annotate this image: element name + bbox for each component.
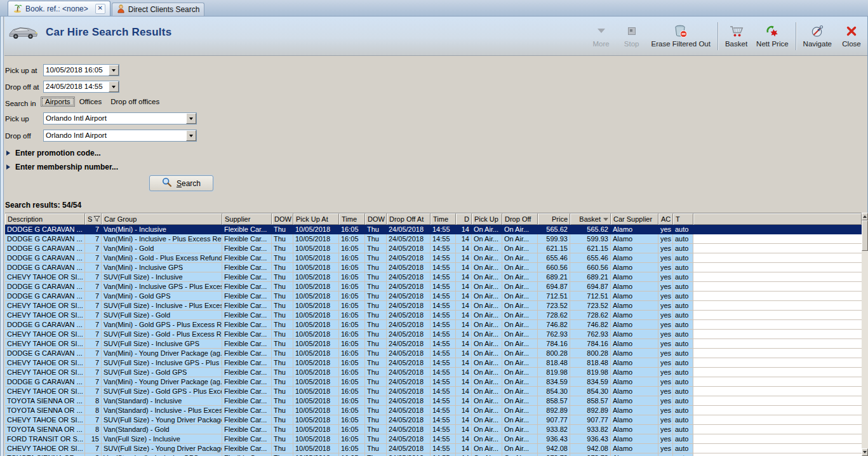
tab-close-icon[interactable]: ✕ [95, 4, 105, 14]
cell: 723.52 [538, 301, 570, 311]
nett-price-button[interactable]: Nett Price [752, 22, 793, 51]
cell-filler [693, 377, 862, 387]
search-button[interactable]: Search [149, 175, 213, 191]
scroll-down-button[interactable] [862, 448, 868, 456]
chevron-down-icon [112, 86, 116, 88]
result-row[interactable]: CHEVY TAHOE OR SI...7SUV(Full Size) - Go… [5, 311, 862, 320]
promotion-code-expander[interactable]: Enter promotion code... [6, 149, 101, 158]
cell: 728.62 [538, 311, 570, 320]
dropdown-button[interactable] [109, 81, 119, 92]
result-row[interactable]: CHEVY TAHOE OR SI...7SUV(Full Size) - Go… [5, 387, 862, 396]
dropdown-button[interactable] [186, 113, 196, 124]
cell: Thu [365, 339, 387, 349]
dropdown-button[interactable] [109, 65, 119, 76]
close-button[interactable]: Close [836, 22, 867, 51]
column-header-d[interactable]: D [456, 213, 472, 225]
column-header-price[interactable]: Price [538, 213, 570, 225]
vertical-scrollbar[interactable] [862, 213, 868, 456]
column-header-description[interactable]: Description [5, 213, 85, 225]
tab-direct-clients-search[interactable]: Direct Clients Search [112, 3, 205, 16]
cell: 854.30 [570, 387, 611, 396]
scroll-up-button[interactable] [862, 213, 868, 220]
column-header-s[interactable]: S [85, 213, 102, 225]
membership-number-expander[interactable]: Enter membership number... [6, 163, 118, 171]
cell: yes [658, 301, 673, 311]
cell: Thu [272, 349, 293, 358]
cell: CHEVY TAHOE OR SI... [5, 444, 85, 453]
erase-filtered-out-button[interactable]: Erase Filtered Out [647, 22, 715, 51]
result-row[interactable]: FORD TRANSIT OR S...15Van(Full Size) - I… [5, 434, 862, 444]
column-header-time[interactable]: Time [339, 213, 365, 225]
result-row[interactable]: DODGE G CARAVAN ...7Van(Mini) - Gold - P… [5, 253, 862, 263]
column-header-time[interactable]: Time [431, 213, 456, 225]
result-row[interactable]: DODGE G CARAVAN ...7Van(Mini) - Gold GPS… [5, 292, 862, 301]
cell: 24/05/2018 [387, 425, 431, 434]
result-row[interactable]: DODGE G CARAVAN ...7Van(Mini) - Young Dr… [5, 377, 862, 387]
cell: 16:05 [339, 453, 365, 456]
cell: 14:55 [431, 406, 456, 415]
dropoff-location-combo[interactable]: Orlando Intl Airport [43, 130, 197, 142]
search-in-option-airports[interactable]: Airports [41, 97, 75, 107]
cell: On Air... [502, 282, 538, 292]
result-row[interactable]: CHEVY TAHOE OR SI...7SUV(Full Size) - Go… [5, 368, 862, 377]
result-row[interactable]: CHEVY TAHOE OR SI...7SUV(Full Size) - Yo… [5, 444, 862, 453]
cell-filler [693, 368, 862, 377]
search-in-option-dropoff-offices[interactable]: Drop off offices [106, 97, 164, 107]
result-row[interactable]: TOYOTA SIENNA OR ...8Van(Standard) - Inc… [5, 406, 862, 415]
column-header-t[interactable]: T [673, 213, 693, 225]
result-row[interactable]: DODGE G CARAVAN ...7Van(Mini) - Young Dr… [5, 349, 862, 358]
dropdown-button[interactable] [186, 130, 196, 141]
basket-button[interactable]: Basket [721, 22, 752, 51]
cell: On Air... [502, 377, 538, 387]
scrollbar-thumb[interactable] [862, 220, 868, 251]
navigate-button[interactable]: Navigate [799, 22, 836, 51]
cell: Thu [365, 282, 387, 292]
dropoff-at-datetime-combo[interactable]: 24/05/2018 14:55 [43, 81, 119, 93]
column-header-pick-up-at[interactable]: Pick Up At [293, 213, 339, 225]
result-row[interactable]: CHEVY TAHOE OR SI...7SUV(Full Size) - In… [5, 358, 862, 368]
cell: On Air... [472, 330, 502, 339]
column-header-car-group[interactable]: Car Group [102, 213, 222, 225]
cell: Flexible Car... [222, 330, 272, 339]
cell: Thu [365, 415, 387, 425]
result-row[interactable]: TOYOTA SIENNA OR ...8Van(Standard) - Inc… [5, 396, 862, 406]
tab-booking-ref[interactable]: Book. ref.: <none> ✕ [8, 1, 110, 16]
result-row[interactable]: CHEVY TAHOE OR SI...7SUV(Full Size) - In… [5, 301, 862, 311]
cell: 24/05/2018 [387, 377, 431, 387]
pickup-location-combo[interactable]: Orlando Intl Airport [43, 112, 197, 124]
result-row[interactable]: DODGE G CARAVAN ...7Van(Mini) - Gold GPS… [5, 320, 862, 330]
cell: 14:55 [431, 358, 456, 368]
column-header-supplier[interactable]: Supplier [222, 213, 272, 225]
cell: Thu [272, 444, 293, 453]
column-header-ac[interactable]: AC [658, 213, 673, 225]
result-row-selected[interactable]: DODGE G CARAVAN ...7Van(Mini) - Inclusiv… [5, 225, 862, 234]
result-row[interactable]: DODGE G CARAVAN ...7Van(Mini) - GoldFlex… [5, 244, 862, 253]
cell: Alamo [611, 225, 658, 234]
column-header-dow[interactable]: DOW [272, 213, 293, 225]
cell: Alamo [611, 358, 658, 368]
column-header-pick-up[interactable]: Pick Up [472, 213, 502, 225]
column-header-dow[interactable]: DOW [365, 213, 387, 225]
result-row[interactable]: DODGE G CARAVAN ...7Van(Mini) - Inclusiv… [5, 282, 862, 292]
cell: auto [673, 453, 693, 456]
result-row[interactable]: DODGE G CARAVAN ...7Van(Mini) - Inclusiv… [5, 263, 862, 272]
column-header-basket[interactable]: Basket [570, 213, 611, 225]
cell: On Air... [502, 396, 538, 406]
cell: Van(Full Size) - Inclusive [102, 434, 222, 444]
cell: On Air... [472, 282, 502, 292]
cell: On Air... [502, 339, 538, 349]
cell: 621.15 [538, 244, 570, 253]
result-row[interactable]: CHEVY TAHOE OR SI...7SUV(Full Size) - Yo… [5, 415, 862, 425]
result-row[interactable]: TOYOTA SIENNA OR ...8Van(Standard) - Inc… [5, 453, 862, 456]
result-row[interactable]: CHEVY TAHOE OR SI...7SUV(Full Size) - In… [5, 272, 862, 282]
result-row[interactable]: DODGE G CARAVAN ...7Van(Mini) - Inclusiv… [5, 234, 862, 244]
search-in-option-offices[interactable]: Offices [75, 97, 107, 107]
result-row[interactable]: CHEVY TAHOE OR SI...7SUV(Full Size) - Go… [5, 330, 862, 339]
column-header-drop-off-at[interactable]: Drop Off At [387, 213, 431, 225]
column-header-car-supplier[interactable]: Car Supplier [611, 213, 658, 225]
result-row[interactable]: TOYOTA SIENNA OR ...8Van(Standard) - Gol… [5, 425, 862, 434]
filter-funnel-icon [93, 215, 100, 224]
pickup-at-datetime-combo[interactable]: 10/05/2018 16:05 [43, 64, 119, 76]
column-header-drop-off[interactable]: Drop Off [502, 213, 538, 225]
result-row[interactable]: CHEVY TAHOE OR SI...7SUV(Full Size) - In… [5, 339, 862, 349]
